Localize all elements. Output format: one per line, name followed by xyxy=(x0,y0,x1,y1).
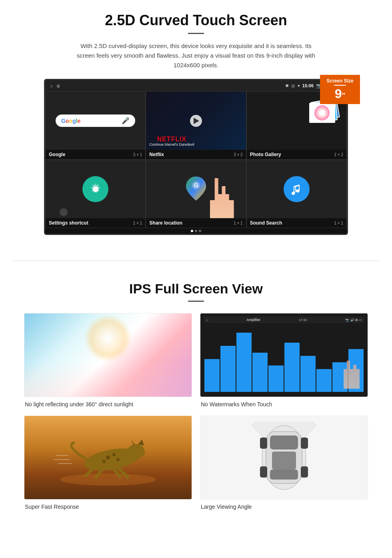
svg-point-1 xyxy=(60,208,68,216)
settings-app-size: 1 × 1 xyxy=(133,221,142,225)
dot-2 xyxy=(195,230,197,232)
hand-touch-icon xyxy=(344,361,360,389)
device-mockup: Screen Size 9" ⌂ ψ ✱ ◎ ▾ 15:06 📷 🔊 xyxy=(44,79,348,235)
svg-marker-11 xyxy=(131,440,135,446)
section2-title: IPS Full Screen View xyxy=(24,281,368,297)
dot-3 xyxy=(199,230,201,232)
share-label-bar: Share location 1 × 1 xyxy=(146,218,246,228)
netflix-thumbnail: NETFLIX Continue Marvel's Daredevil xyxy=(146,92,246,150)
share-thumbnail: G xyxy=(146,160,246,218)
status-bar: ⌂ ψ ✱ ◎ ▾ 15:06 📷 🔊 ⊠ ▭ xyxy=(45,80,347,91)
svg-point-13 xyxy=(112,453,116,456)
features-grid: No light reflecting under 360° direct su… xyxy=(24,313,368,510)
share-app-size: 1 × 1 xyxy=(234,221,243,225)
cheetah-image xyxy=(24,415,192,500)
gmaps-icon: G xyxy=(186,177,206,202)
eq-bar-5 xyxy=(268,365,284,392)
gear-icon xyxy=(88,182,103,197)
sky-gradient xyxy=(24,363,192,397)
eq-bar-4 xyxy=(252,353,268,392)
apps-grid-row2: Settings shortcut 1 × 1 xyxy=(45,160,347,228)
google-logo: Google xyxy=(61,118,80,124)
sun-glow xyxy=(84,314,132,362)
feature-response: Super Fast Response xyxy=(24,415,192,510)
netflix-text-block: NETFLIX Continue Marvel's Daredevil xyxy=(149,136,194,147)
app-cell-google[interactable]: Google 🎤 Google 3 × 1 xyxy=(45,91,146,160)
svg-marker-10 xyxy=(138,440,144,446)
netflix-app-label: Netflix xyxy=(149,152,164,157)
section-ips-screen: IPS Full Screen View No light reflecting… xyxy=(0,277,392,522)
screen-size-number: 9" xyxy=(324,87,356,101)
share-content: G xyxy=(146,160,246,218)
car-visual xyxy=(200,416,368,499)
app-cell-netflix[interactable]: NETFLIX Continue Marvel's Daredevil Netf… xyxy=(146,91,246,160)
google-app-label: Google xyxy=(49,152,65,157)
sound-label-bar: Sound Search 1 × 1 xyxy=(247,218,346,228)
amp-ui: ⌂ Amplifier 17:33 📷 🔊 ⊠ ▭ xyxy=(200,313,368,397)
screen-size-badge: Screen Size 9" xyxy=(320,75,360,104)
feature-watermark: ⌂ Amplifier 17:33 📷 🔊 ⊠ ▭ xyxy=(200,313,368,407)
pagination-dots xyxy=(45,228,347,234)
netflix-app-size: 3 × 2 xyxy=(234,153,243,157)
amp-icons: 📷 🔊 ⊠ ▭ xyxy=(345,318,362,322)
share-app-label: Share location xyxy=(149,220,182,226)
feature-viewing: Large Viewing Angle xyxy=(200,415,368,510)
photo-label-bar: Photo Gallery 2 × 2 xyxy=(247,150,346,159)
sky-visual xyxy=(24,313,192,397)
amp-header: ⌂ Amplifier 17:33 📷 🔊 ⊠ ▭ xyxy=(204,317,364,323)
app-cell-sound[interactable]: Sound Search 1 × 1 xyxy=(246,160,347,228)
usb-icon: ψ xyxy=(57,83,60,88)
device-screen: ⌂ ψ ✱ ◎ ▾ 15:06 📷 🔊 ⊠ ▭ xyxy=(44,79,348,235)
svg-point-7 xyxy=(60,474,156,486)
car-image xyxy=(200,415,368,500)
photo-card-3 xyxy=(309,103,335,123)
hand-icon xyxy=(210,178,234,218)
amp-home: ⌂ xyxy=(206,318,208,322)
svg-point-15 xyxy=(102,460,106,463)
photo-app-label: Photo Gallery xyxy=(250,152,281,157)
google-thumbnail: Google 🎤 xyxy=(46,92,145,150)
car-topview-svg xyxy=(244,422,324,494)
eq-bar-7 xyxy=(300,356,316,392)
svg-point-14 xyxy=(116,458,120,461)
amp-time: 17:33 xyxy=(299,318,307,322)
viewing-caption: Large Viewing Angle xyxy=(200,504,368,510)
svg-point-12 xyxy=(106,456,110,460)
netflix-label-bar: Netflix 3 × 2 xyxy=(146,150,246,159)
eq-bar-2 xyxy=(220,346,236,392)
google-label-bar: Google 3 × 1 xyxy=(46,150,145,159)
location-icon: ◎ xyxy=(291,83,295,88)
eq-bars xyxy=(204,325,364,393)
app-cell-settings[interactable]: Settings shortcut 1 × 1 xyxy=(45,160,146,228)
status-time: 15:06 xyxy=(302,83,314,88)
home-icon: ⌂ xyxy=(50,83,53,88)
amp-title: Amplifier xyxy=(246,318,260,322)
settings-icon-circle xyxy=(82,176,108,202)
google-app-size: 3 × 1 xyxy=(133,153,142,157)
eq-bar-3 xyxy=(236,333,252,392)
play-button[interactable] xyxy=(190,115,202,127)
apps-grid-row1: Google 🎤 Google 3 × 1 xyxy=(45,91,347,160)
dot-1 xyxy=(191,230,193,232)
sound-app-label: Sound Search xyxy=(250,220,282,226)
netflix-logo: NETFLIX xyxy=(149,136,194,143)
svg-text:G: G xyxy=(194,182,198,189)
sound-app-size: 1 × 1 xyxy=(334,221,343,225)
eq-bar-1 xyxy=(204,359,220,392)
response-caption: Super Fast Response xyxy=(24,504,192,510)
google-search-bar[interactable]: Google 🎤 xyxy=(56,114,135,127)
mic-icon: 🎤 xyxy=(122,117,130,124)
svg-rect-28 xyxy=(260,438,267,449)
cheetah-visual xyxy=(24,416,192,499)
section-curved-screen: 2.5D Curved Touch Screen With 2.5D curve… xyxy=(0,0,392,245)
svg-rect-29 xyxy=(301,438,308,449)
gmaps-svg: G xyxy=(186,177,206,201)
svg-rect-26 xyxy=(270,470,298,480)
svg-rect-30 xyxy=(260,466,267,478)
app-cell-share[interactable]: G Share location 1 × 1 xyxy=(146,160,246,228)
bluetooth-icon: ✱ xyxy=(285,83,289,88)
hand-shape xyxy=(344,361,360,389)
svg-point-9 xyxy=(127,444,145,459)
photo-app-size: 2 × 2 xyxy=(334,153,343,157)
svg-rect-25 xyxy=(270,436,298,450)
